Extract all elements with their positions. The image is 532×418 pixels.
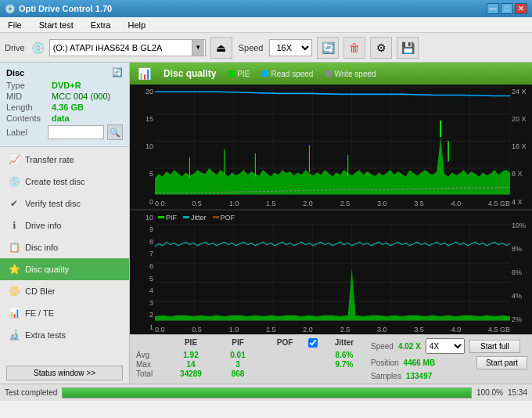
nav-disc-info[interactable]: 📋 Disc info xyxy=(0,236,129,258)
nav-verify-test-disc-label: Verify test disc xyxy=(25,199,81,208)
drive-select[interactable]: (O:) ATAPI iHAS624 B GL2A xyxy=(49,39,206,56)
stats-avg-row: Avg 1.92 0.01 8.6% xyxy=(136,351,368,359)
close-button[interactable]: ✕ xyxy=(515,3,527,14)
stats-total-row: Total 34289 868 xyxy=(136,369,368,378)
nav-fe-te[interactable]: 📊 FE / TE xyxy=(0,302,129,324)
drive-dropdown-arrow[interactable]: ▼ xyxy=(192,40,204,56)
menu-file[interactable]: File xyxy=(3,19,27,31)
progress-percent: 100.0% xyxy=(476,388,503,397)
status-text: Test completed xyxy=(5,388,57,397)
sidebar: Disc 🔄 Type DVD+R MID MCC 004 (000) Leng… xyxy=(0,63,130,384)
chart1-container: 20 15 10 5 0 24 X 20 X 16 X 8 X 4 X xyxy=(130,85,532,209)
disc-refresh-icon[interactable]: 🔄 xyxy=(112,67,123,77)
stats-panel: PIE PIF POF Jitter Avg 1.92 0.01 xyxy=(130,334,532,384)
nav-transfer-rate[interactable]: 📈 Transfer rate xyxy=(0,149,129,171)
legend-pof: POF xyxy=(213,214,235,222)
stats-row-all: PIE PIF POF Jitter Avg 1.92 0.01 xyxy=(136,338,527,380)
legend-write-speed-label: Write speed xyxy=(334,70,376,78)
stats-table: PIE PIF POF Jitter Avg 1.92 0.01 xyxy=(136,338,368,378)
stats-header-pie: PIE xyxy=(167,338,214,349)
stats-position-row: Position 4466 MB Start part xyxy=(371,356,527,369)
mid-label: MID xyxy=(6,92,52,101)
legend-pie: PIE xyxy=(228,70,250,78)
type-value: DVD+R xyxy=(52,81,81,90)
menu-start-test[interactable]: Start test xyxy=(34,19,78,31)
disc-label: Disc xyxy=(6,68,24,77)
content-area: 📊 Disc quality PIE Read speed Write spee… xyxy=(130,63,532,384)
toolbar: Drive 💿 (O:) ATAPI iHAS624 B GL2A ▼ ⏏ Sp… xyxy=(0,33,532,63)
legend-pie-dot xyxy=(228,70,235,77)
speed-info-value: 4.02 X xyxy=(398,342,421,351)
stats-max-pof xyxy=(261,360,308,369)
titlebar-left: 💿 Opti Drive Control 1.70 xyxy=(5,4,112,14)
stats-avg-pie: 1.92 xyxy=(167,351,214,359)
stats-header-check xyxy=(308,338,321,349)
nav-verify-test-disc[interactable]: ✔ Verify test disc xyxy=(0,193,129,214)
create-test-disc-icon: 💿 xyxy=(8,176,20,187)
status-window-button[interactable]: Status window >> xyxy=(6,366,123,380)
stats-max-label: Max xyxy=(136,360,167,369)
legend-write-speed-dot xyxy=(325,70,332,77)
jitter-checkbox[interactable] xyxy=(308,338,318,348)
nav-fe-te-label: FE / TE xyxy=(25,308,54,318)
legend-read-speed-dot xyxy=(262,70,268,77)
statusbar: Test completed 100.0% 15:34 xyxy=(0,384,532,401)
stats-total-pie: 34289 xyxy=(167,369,214,378)
menu-help[interactable]: Help xyxy=(123,19,150,31)
stats-header-row: PIE PIF POF Jitter xyxy=(136,338,368,349)
disc-length-row: Length 4.36 GB xyxy=(6,103,123,112)
stats-max-jitter: 9.7% xyxy=(321,360,368,369)
label-input[interactable] xyxy=(48,125,104,139)
chart1-x-axis: 0.0 0.5 1.0 1.5 2.0 2.5 3.0 3.5 4.0 4.5 … xyxy=(155,200,510,207)
settings-button[interactable]: ⚙ xyxy=(370,37,392,59)
stats-avg-jitter: 8.6% xyxy=(321,351,368,359)
disc-mid-row: MID MCC 004 (000) xyxy=(6,92,123,101)
drive-icon: 💿 xyxy=(31,41,45,54)
drive-label: Drive xyxy=(5,43,25,52)
label-icon-button[interactable]: 🔍 xyxy=(107,124,123,140)
nav-cd-bler[interactable]: 📀 CD Bler xyxy=(0,280,129,302)
nav-cd-bler-label: CD Bler xyxy=(25,286,56,296)
nav-extra-tests[interactable]: 🔬 Extra tests xyxy=(0,324,129,346)
chart2-area xyxy=(155,225,510,321)
mid-value: MCC 004 (000) xyxy=(52,92,110,101)
stats-total-jitter xyxy=(321,369,368,378)
menu-extra[interactable]: Extra xyxy=(86,19,116,31)
legend-read-speed-label: Read speed xyxy=(271,70,313,78)
nav-drive-info[interactable]: ℹ Drive info xyxy=(0,214,129,236)
disc-info-icon: 📋 xyxy=(8,242,20,253)
maximize-button[interactable]: □ xyxy=(501,3,513,14)
refresh-button[interactable]: 🔄 xyxy=(317,37,339,59)
speed-info-label: Speed xyxy=(371,342,394,351)
stats-right-panel: Speed 4.02 X 4X8X12X Start full Position… xyxy=(371,338,527,380)
nav-disc-quality[interactable]: ⭐ Disc quality xyxy=(0,258,129,280)
legend-write-speed: Write speed xyxy=(325,70,376,78)
speed-select[interactable]: 4X8X12X xyxy=(426,338,465,354)
position-value: 4466 MB xyxy=(404,359,436,367)
disc-quality-icon: ⭐ xyxy=(8,264,20,275)
label-label: Label xyxy=(6,128,48,137)
start-full-button[interactable]: Start full xyxy=(469,340,520,353)
start-part-button[interactable]: Start part xyxy=(476,356,527,369)
fe-te-icon: 📊 xyxy=(8,308,20,319)
position-label: Position xyxy=(371,359,399,367)
minimize-button[interactable]: — xyxy=(487,3,499,14)
speed-select[interactable]: 16X xyxy=(269,39,312,56)
stats-max-row: Max 14 3 9.7% xyxy=(136,360,368,369)
chart2-container: 10 9 8 7 6 5 4 3 2 1 10% 8% 6% 4% 2% xyxy=(130,209,532,335)
stats-avg-spacer xyxy=(308,351,321,359)
charts: 20 15 10 5 0 24 X 20 X 16 X 8 X 4 X xyxy=(130,85,532,334)
disc-panel: Disc 🔄 Type DVD+R MID MCC 004 (000) Leng… xyxy=(0,63,129,147)
sidebar-nav: 📈 Transfer rate 💿 Create test disc ✔ Ver… xyxy=(0,147,129,348)
stats-total-pif: 868 xyxy=(214,369,261,378)
nav-create-test-disc[interactable]: 💿 Create test disc xyxy=(0,171,129,193)
extra-tests-icon: 🔬 xyxy=(8,330,20,341)
cd-bler-icon: 📀 xyxy=(8,286,20,297)
save-button[interactable]: 💾 xyxy=(397,37,419,59)
erase-button[interactable]: 🗑 xyxy=(343,37,365,59)
dq-title: Disc quality xyxy=(164,68,216,79)
transfer-rate-icon: 📈 xyxy=(8,154,20,165)
stats-max-spacer xyxy=(308,360,321,369)
eject-button[interactable]: ⏏ xyxy=(210,37,232,59)
stats-header-jitter: Jitter xyxy=(321,338,368,349)
